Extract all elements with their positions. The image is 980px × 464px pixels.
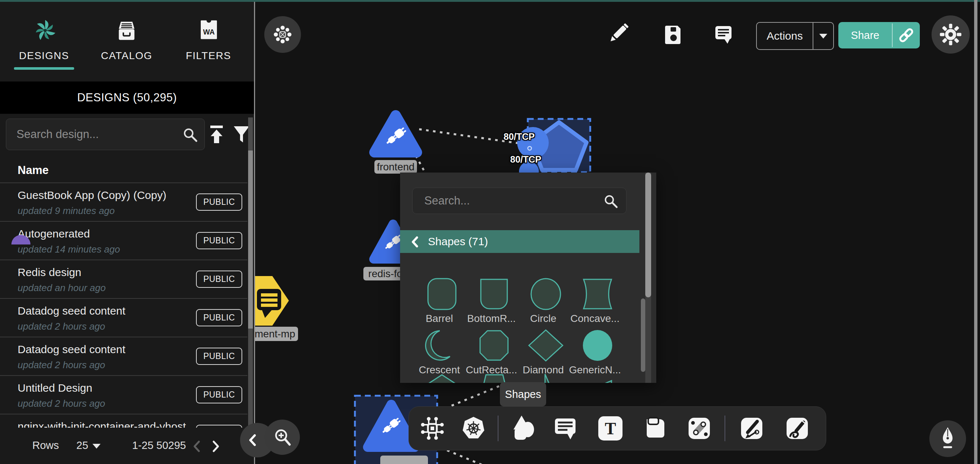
kubernetes-tool-icon[interactable] xyxy=(461,416,486,441)
shapes-tool-icon[interactable] xyxy=(510,414,536,441)
text-tool-glyph: T xyxy=(605,419,616,438)
chevron-left-icon xyxy=(410,236,419,248)
shapes-search-box xyxy=(412,188,627,214)
shape-parallelogram-partial[interactable] xyxy=(572,373,623,383)
visibility-badge: PUBLIC xyxy=(196,386,242,403)
chevron-left-icon xyxy=(248,434,257,446)
rows-per-page-select[interactable]: 25 xyxy=(76,439,88,451)
search-icon xyxy=(182,126,199,143)
actions-dropdown-toggle[interactable] xyxy=(813,23,833,49)
link-tool-icon[interactable] xyxy=(687,416,711,440)
shape-trapezoid-partial[interactable] xyxy=(468,373,520,383)
components-tool-icon[interactable] xyxy=(420,416,445,441)
visibility-badge: PUBLIC xyxy=(196,271,242,288)
table-row[interactable]: Redis design updated an hour ago PUBLIC xyxy=(0,260,247,298)
design-search-input[interactable] xyxy=(16,119,175,150)
freehand-draw-tool-icon[interactable] xyxy=(785,416,809,440)
design-name: Datadog seed content xyxy=(18,343,126,356)
design-name: Autogenerated xyxy=(18,228,90,240)
comment-node[interactable] xyxy=(252,276,289,325)
panel-scrollbar-thumb[interactable] xyxy=(645,172,651,297)
toolbar-divider xyxy=(498,416,498,441)
design-name: GuestBook App (Copy) (Copy) xyxy=(18,189,166,201)
visibility-badge: PUBLIC xyxy=(196,309,242,326)
copy-link-button[interactable] xyxy=(892,22,920,48)
shape-triangle-partial[interactable] xyxy=(520,373,571,383)
rows-per-page-caret-icon[interactable] xyxy=(92,444,100,448)
shape-heptagon-partial[interactable] xyxy=(416,373,468,383)
edit-design-icon[interactable] xyxy=(608,24,628,46)
actions-button[interactable]: Actions xyxy=(756,22,834,50)
tab-designs-label: DESIGNS xyxy=(4,50,84,62)
shapes-search-input[interactable] xyxy=(423,188,598,214)
comment-tool-icon[interactable] xyxy=(553,416,578,440)
shape-cut-rectangle[interactable] xyxy=(468,328,520,362)
share-button-label: Share xyxy=(838,22,892,48)
share-button[interactable]: Share xyxy=(838,22,920,48)
sidebar-scrollbar-thumb[interactable] xyxy=(248,150,253,328)
node-label-bottom xyxy=(380,456,428,464)
tooltip: Shapes xyxy=(500,382,546,407)
table-row[interactable]: Untitled Design updated 2 hours ago PUBL… xyxy=(0,375,247,414)
grid-scrollbar-thumb[interactable] xyxy=(641,298,645,372)
canvas-network-button[interactable] xyxy=(264,16,301,53)
zoom-in-button[interactable] xyxy=(265,419,300,455)
design-updated: updated 2 hours ago xyxy=(18,398,105,409)
shape-barrel[interactable] xyxy=(416,277,468,311)
bottom-toolbar: T xyxy=(409,407,826,450)
save-design-icon[interactable] xyxy=(664,24,683,44)
tab-designs[interactable]: DESIGNS xyxy=(4,15,84,70)
designs-panel-title: DESIGNS (50,295) xyxy=(0,81,254,114)
shape-bottom-round-rectangle[interactable] xyxy=(468,277,520,311)
shapes-category-label: Shapes (71) xyxy=(428,235,488,248)
sidebar: DESIGNS CATALOG WA FILTERS DESIGNS (50,2… xyxy=(0,0,255,464)
design-name: Redis design xyxy=(18,266,81,279)
design-updated: updated 14 minutes ago xyxy=(18,244,120,255)
page-scrollbar[interactable] xyxy=(974,0,977,464)
shapes-panel: Shapes (71) Barrel BottomR... Circle Con… xyxy=(400,172,656,383)
pagination-bar: Rows 25 1-25 50295 xyxy=(0,428,247,464)
table-row[interactable]: Datadog seed content updated 2 hours ago… xyxy=(0,298,247,336)
node-frontend[interactable] xyxy=(374,115,417,152)
text-tool-icon[interactable]: T xyxy=(598,416,622,440)
zoom-in-icon xyxy=(273,427,293,448)
table-row[interactable]: Datadog seed content updated 2 hours ago… xyxy=(0,336,247,375)
import-design-icon[interactable] xyxy=(208,125,225,144)
shapes-category-header[interactable]: Shapes (71) xyxy=(400,230,640,253)
visibility-badge: PUBLIC xyxy=(196,232,242,249)
search-icon xyxy=(603,193,619,209)
comments-icon[interactable] xyxy=(714,25,733,44)
visibility-badge: PUBLIC xyxy=(196,193,242,211)
active-tab-underline xyxy=(14,67,74,70)
node-service-selected[interactable] xyxy=(517,119,590,181)
table-row[interactable]: Autogenerated updated 14 minutes ago PUB… xyxy=(0,221,247,260)
network-cluster-icon xyxy=(272,24,293,45)
gear-icon xyxy=(939,23,962,46)
tab-catalog[interactable]: CATALOG xyxy=(86,15,167,70)
rows-per-page-label: Rows xyxy=(32,439,59,451)
edge-port-label-bottom: 80/TCP xyxy=(510,154,541,165)
settings-button[interactable] xyxy=(932,16,970,54)
design-search-box xyxy=(6,119,205,150)
tab-filters[interactable]: WA FILTERS xyxy=(168,15,249,70)
filter-designs-icon[interactable] xyxy=(233,125,250,144)
note-tool-icon[interactable] xyxy=(644,416,668,440)
edge-draw-tool-icon[interactable] xyxy=(740,416,764,440)
design-list: GuestBook App (Copy) (Copy) updated 9 mi… xyxy=(0,182,247,428)
shape-diamond[interactable] xyxy=(520,328,571,362)
column-header-name: Name xyxy=(18,164,48,177)
shape-circle[interactable] xyxy=(520,277,571,311)
next-page-icon[interactable] xyxy=(209,439,222,453)
design-name: nginx-with-init-container-and-vhost xyxy=(18,420,186,428)
shape-crescent[interactable] xyxy=(416,328,468,362)
pen-mode-button[interactable] xyxy=(929,420,966,457)
previous-page-icon[interactable] xyxy=(191,439,203,453)
table-row[interactable]: nginx-with-init-container-and-vhost PUBL… xyxy=(0,414,247,428)
toolbar-divider xyxy=(725,416,725,441)
table-row[interactable]: GuestBook App (Copy) (Copy) updated 9 mi… xyxy=(0,182,247,221)
shape-concave-hexagon[interactable] xyxy=(572,277,623,311)
shape-generic-node[interactable] xyxy=(572,328,623,362)
meshery-designer-app: frontend redis-fo ment-mp 80/TCP 80/TCP … xyxy=(0,0,980,464)
shape-label: Barrel xyxy=(412,313,467,325)
shapes-grid: Barrel BottomR... Circle Concave... Cres… xyxy=(400,261,640,383)
